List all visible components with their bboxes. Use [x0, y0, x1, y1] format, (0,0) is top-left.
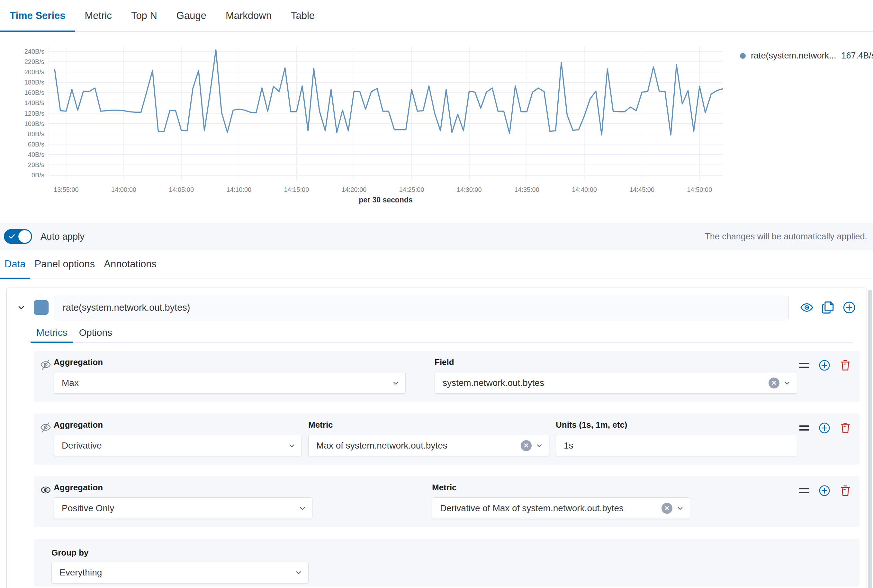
aggregation-select[interactable]: Derivative: [54, 435, 302, 456]
toggle-knob: [18, 230, 31, 243]
vertical-scrollbar[interactable]: [868, 290, 872, 588]
chart-canvas: 0B/s20B/s40B/s60B/s80B/s100B/s120B/s140B…: [0, 32, 873, 223]
chevron-down-icon: [287, 441, 296, 450]
field-value: system.network.out.bytes: [443, 378, 769, 388]
plus-circle-icon[interactable]: [818, 484, 831, 497]
svg-text:200B/s: 200B/s: [24, 69, 44, 75]
svg-text:180B/s: 180B/s: [24, 79, 44, 86]
tab-time-series[interactable]: Time Series: [0, 0, 75, 32]
svg-text:14:15:00: 14:15:00: [284, 186, 309, 193]
tab-options[interactable]: Options: [73, 322, 118, 342]
aggregation-row: Aggregation Max Field system.network.out…: [34, 351, 859, 402]
svg-text:14:25:00: 14:25:00: [399, 186, 424, 193]
series-card: rate(system.network.out.bytes): [6, 288, 867, 588]
svg-text:14:05:00: 14:05:00: [169, 186, 194, 193]
metric-combobox[interactable]: Max of system.network.out.bytes ✕: [308, 435, 549, 456]
svg-text:per 30 seconds: per 30 seconds: [359, 196, 412, 204]
metric-value: Max of system.network.out.bytes: [316, 441, 521, 451]
tab-markdown[interactable]: Markdown: [216, 0, 281, 32]
plus-circle-icon[interactable]: [818, 359, 831, 371]
aggregation-select[interactable]: Max: [54, 372, 406, 394]
legend-item[interactable]: rate(system.network... 167.4B/s: [740, 51, 873, 61]
row-fields: Aggregation Max Field system.network.out…: [54, 357, 797, 394]
trash-icon[interactable]: [840, 360, 851, 371]
svg-text:60B/s: 60B/s: [28, 141, 44, 148]
aggregation-label: Aggregation: [54, 420, 302, 430]
plus-circle-icon[interactable]: [818, 422, 831, 434]
series-actions: [800, 300, 856, 315]
svg-text:160B/s: 160B/s: [24, 89, 44, 96]
units-value: 1s: [564, 441, 792, 451]
series-label-value: rate(system.network.out.bytes): [63, 302, 190, 313]
trash-icon[interactable]: [840, 422, 851, 434]
group-by-label: Group by: [51, 548, 851, 558]
svg-text:100B/s: 100B/s: [24, 120, 44, 127]
row-actions: [799, 359, 851, 371]
auto-apply-toggle[interactable]: [4, 229, 32, 244]
row-actions: [799, 484, 851, 497]
svg-text:14:50:00: 14:50:00: [687, 186, 712, 193]
series-header: rate(system.network.out.bytes): [14, 296, 859, 320]
auto-apply-bar: Auto apply The changes will be automatic…: [0, 223, 873, 250]
svg-text:13:55:00: 13:55:00: [54, 186, 79, 193]
drag-handle[interactable]: [799, 488, 809, 493]
clear-icon[interactable]: ✕: [769, 378, 780, 388]
svg-text:220B/s: 220B/s: [24, 58, 44, 65]
row-fields: Aggregation Derivative Metric Max of sys…: [54, 420, 797, 456]
chevron-down-icon: [535, 441, 544, 450]
svg-text:140B/s: 140B/s: [24, 99, 44, 106]
eye-icon[interactable]: [800, 300, 814, 315]
copy-icon[interactable]: [821, 300, 835, 315]
svg-text:14:20:00: 14:20:00: [342, 186, 367, 193]
aggregation-select[interactable]: Positive Only: [54, 497, 313, 519]
row-fields: Aggregation Positive Only Metric Derivat…: [54, 483, 797, 519]
svg-text:14:30:00: 14:30:00: [457, 186, 482, 193]
chevron-down-icon: [298, 504, 307, 513]
trash-icon[interactable]: [840, 485, 851, 496]
metric-value: Derivative of Max of system.network.out.…: [440, 503, 661, 513]
clear-icon[interactable]: ✕: [521, 440, 532, 451]
svg-text:80B/s: 80B/s: [28, 130, 44, 138]
plus-circle-icon[interactable]: [842, 300, 856, 315]
chevron-down-icon: [294, 568, 303, 577]
tab-annotations[interactable]: Annotations: [99, 250, 161, 279]
series-color-swatch[interactable]: [34, 300, 48, 315]
eye-closed-icon: [40, 422, 51, 433]
tab-table[interactable]: Table: [281, 0, 324, 32]
chevron-down-icon: [783, 378, 792, 387]
tab-metric[interactable]: Metric: [75, 0, 121, 32]
series-tabs: Metrics Options: [30, 322, 853, 343]
tab-gauge[interactable]: Gauge: [167, 0, 216, 32]
field-combobox[interactable]: system.network.out.bytes ✕: [434, 372, 797, 394]
aggregation-value: Derivative: [62, 441, 287, 451]
editor-tabs: Data Panel options Annotations: [0, 250, 873, 279]
tab-metrics[interactable]: Metrics: [30, 322, 73, 342]
svg-text:14:45:00: 14:45:00: [630, 186, 654, 193]
drag-handle[interactable]: [799, 363, 809, 368]
metric-combobox[interactable]: Derivative of Max of system.network.out.…: [432, 497, 690, 519]
aggregation-row: Aggregation Positive Only Metric Derivat…: [34, 476, 859, 527]
tab-panel-options[interactable]: Panel options: [30, 250, 99, 279]
eye-closed-icon: [40, 359, 51, 370]
metric-label: Metric: [432, 483, 690, 493]
group-by-select[interactable]: Everything: [51, 562, 309, 584]
drag-handle[interactable]: [799, 425, 809, 430]
svg-text:14:40:00: 14:40:00: [572, 186, 597, 193]
aggregation-label: Aggregation: [54, 357, 406, 367]
row-actions: [799, 422, 851, 434]
units-input[interactable]: 1s: [556, 435, 797, 456]
chevron-down-icon[interactable]: [14, 300, 29, 315]
timeseries-chart: 0B/s20B/s40B/s60B/s80B/s100B/s120B/s140B…: [0, 32, 873, 223]
aggregation-value: Max: [62, 378, 391, 388]
visualization-type-tabs: Time Series Metric Top N Gauge Markdown …: [0, 0, 873, 32]
legend-series-name: rate(system.network...: [751, 51, 836, 61]
eye-icon: [40, 484, 51, 495]
aggregation-value: Positive Only: [62, 503, 298, 513]
clear-icon[interactable]: ✕: [661, 503, 672, 514]
svg-text:120B/s: 120B/s: [24, 110, 44, 117]
svg-text:40B/s: 40B/s: [28, 151, 44, 158]
tab-top-n[interactable]: Top N: [122, 0, 167, 32]
legend-series-dot: [740, 53, 746, 59]
tab-data[interactable]: Data: [0, 250, 30, 279]
series-label-input[interactable]: rate(system.network.out.bytes): [54, 296, 789, 320]
